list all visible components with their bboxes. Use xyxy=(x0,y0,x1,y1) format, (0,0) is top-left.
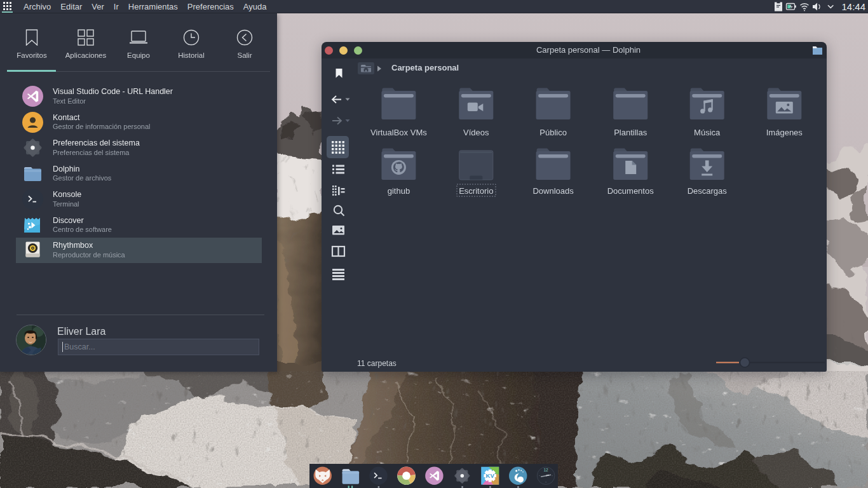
svg-text:Descargas: Descargas xyxy=(688,186,728,196)
svg-text:Vídeos: Vídeos xyxy=(463,128,489,137)
svg-text:12: 12 xyxy=(543,468,548,472)
svg-text:Plantillas: Plantillas xyxy=(614,128,648,137)
svg-text:VirtualBox VMs: VirtualBox VMs xyxy=(370,128,427,137)
svg-text:KV: KV xyxy=(486,472,495,479)
svg-text:Downloads: Downloads xyxy=(532,186,574,196)
svg-text:github: github xyxy=(388,186,410,196)
svg-text:Público: Público xyxy=(539,128,567,137)
svg-text:Música: Música xyxy=(694,128,721,137)
svg-text:Escritorio: Escritorio xyxy=(459,186,493,196)
svg-text:Documentos: Documentos xyxy=(607,186,654,196)
svg-text:Imágenes: Imágenes xyxy=(766,128,803,137)
